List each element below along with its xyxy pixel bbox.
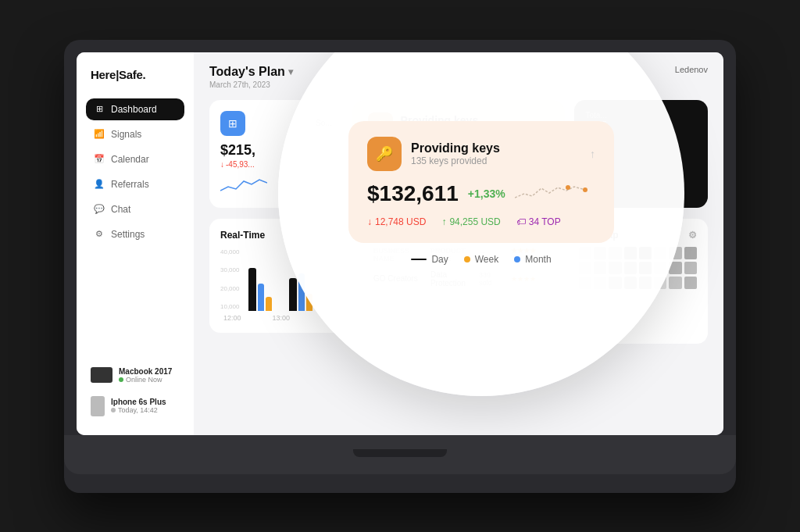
bar (258, 284, 264, 311)
heatmap-title-label: Heatmap (579, 230, 619, 241)
arrow-up-icon: ↑ (545, 120, 549, 130)
heatmap-cell (609, 262, 621, 274)
main-header: Today's Plan ▾ March 27th, 2023 Ledenov (209, 65, 708, 89)
bar (266, 297, 272, 311)
device-status: Today, 14:42 (111, 406, 166, 414)
page-subtitle: March 27th, 2023 (209, 80, 293, 89)
stat-card-header: ⊞ So... (220, 111, 332, 136)
highlight-card-title: Providing keys (401, 114, 479, 127)
realtime-chart: Real-Time 40,000 30,000 20,000 10,000 (209, 219, 350, 333)
heatmap-cell (579, 247, 591, 259)
mini-chart (220, 175, 332, 197)
highlight-card: 🔑 Providing keys 135 keys provided ↑ $13… (352, 100, 566, 208)
stat-label: So... (316, 119, 332, 127)
heatmap-cell (684, 262, 697, 274)
product-name: Data Protection (430, 270, 473, 287)
sidebar-item-referrals[interactable]: 👤 Referrals (86, 173, 184, 195)
bar (306, 294, 312, 311)
settings-icon: ⚙ (94, 229, 105, 240)
highlight-value-row: $132,611 +1,33% (368, 145, 550, 169)
y-label: 40,000 (220, 248, 239, 255)
stat-up: ↑ 94,255 USD (434, 177, 487, 186)
highlight-card-subtitle: 135 keys provided (401, 127, 479, 136)
device-info: Macbook 2017 Online Now (119, 367, 172, 384)
biz-name: GO Creators (373, 274, 424, 283)
dashboard-icon: ⊞ (94, 104, 105, 115)
gear-icon[interactable]: ⚙ (688, 230, 697, 241)
bar-group-1 (248, 268, 272, 311)
sidebar-footer: Macbook 2017 Online Now Iphone 6s Plus T (86, 364, 184, 420)
chart-labels: 12:00 13:00 (220, 314, 339, 322)
highlight-sparkline (487, 145, 549, 169)
highlight-stats-row: ↓ 12,748 USD ↑ 94,255 USD 🏷 34 TOP (368, 177, 550, 186)
heatmap-section: Heatmap ⚙ (568, 219, 708, 344)
device-info-iphone: Iphone 6s Plus Today, 14:42 (111, 398, 166, 414)
laptop-screen: Here|Safe. ⊞ Dashboard 📶 Signals 📅 Calen… (77, 52, 723, 435)
sidebar-item-dashboard[interactable]: ⊞ Dashboard (86, 98, 184, 120)
sidebar-item-label: Dashboard (111, 104, 157, 115)
heatmap-cell (624, 262, 637, 274)
stat-card3-sublabel: 2,375 (585, 120, 697, 129)
col-header-rating: ★★★★ (511, 247, 545, 262)
highlight-change: +1,33% (447, 152, 479, 162)
calendar-icon: 📅 (94, 154, 105, 165)
stats-row: ⊞ So... $215, ↓ -45,93... (209, 100, 708, 208)
bar (289, 278, 297, 311)
merchant-list: List Merchant Business name Product Name… (359, 219, 559, 344)
header-user: Ledenov (675, 65, 708, 74)
sold-count: 339 sold (479, 271, 504, 287)
heatmap-cell (669, 262, 681, 274)
heatmap-cell (639, 247, 652, 259)
chart-visual (245, 248, 316, 311)
status-dot-online (119, 377, 123, 382)
stat-card-3: Tota... 2,375 $3... Profit (574, 100, 708, 208)
key-icon: 🔑 (368, 112, 393, 137)
y-label: 30,000 (220, 266, 239, 273)
heatmap-cell (624, 277, 637, 289)
device-thumbnail (91, 367, 112, 383)
heatmap-cell (594, 262, 606, 274)
heatmap-cell (609, 277, 621, 289)
sidebar-item-chat[interactable]: 💬 Chat (86, 198, 184, 220)
stat-card3-profit: Profit (585, 150, 697, 159)
sparkline (220, 175, 267, 194)
table-row[interactable]: GO Creators Data Protection 339 sold ★★★… (370, 267, 548, 291)
page-title-group: Today's Plan ▾ March 27th, 2023 (209, 65, 293, 89)
sidebar-item-settings[interactable]: ⚙ Settings (86, 223, 184, 245)
sidebar-item-label: Settings (111, 229, 145, 240)
device-status: Online Now (119, 376, 172, 384)
rating-stars: ★★★★ (511, 275, 545, 283)
device-item-macbook[interactable]: Macbook 2017 Online Now (86, 364, 184, 387)
heatmap-cell (609, 247, 621, 259)
device-item-iphone[interactable]: Iphone 6s Plus Today, 14:42 (86, 393, 184, 420)
heatmap-cell (684, 277, 697, 289)
table-header: Business name Product Name ... ★★★★ (370, 247, 548, 262)
svg-point-0 (547, 151, 549, 155)
highlight-card-info: Providing keys 135 keys provided (401, 114, 479, 136)
sidebar-item-label: Calendar (111, 154, 149, 165)
bottom-section: Real-Time 40,000 30,000 20,000 10,000 (209, 219, 708, 344)
logo: Here|Safe. (86, 68, 184, 81)
heatmap-cell (594, 247, 606, 259)
device-name: Macbook 2017 (119, 367, 172, 376)
sidebar-item-signals[interactable]: 📶 Signals (86, 123, 184, 145)
stat-card3-value: $3... (585, 132, 697, 148)
sidebar-item-label: Chat (111, 204, 130, 215)
heatmap-cell (654, 262, 666, 274)
bar (298, 273, 305, 311)
chart-title: Real-Time (220, 230, 339, 241)
stat-top: 🏷 34 TOP (499, 177, 540, 186)
x-label: 13:00 (273, 314, 291, 322)
highlight-value: $132,611 (368, 147, 440, 167)
heatmap-header: Heatmap ⚙ (579, 230, 697, 241)
bar-group-2 (289, 273, 312, 311)
heatmap-cell (579, 262, 591, 274)
stat-card3-label: Tota... (585, 111, 697, 120)
heatmap-cell (624, 247, 637, 259)
status-dot-offline (111, 408, 116, 412)
y-label: 20,000 (220, 285, 239, 292)
sidebar-item-calendar[interactable]: 📅 Calendar (86, 148, 184, 170)
heatmap-cell (654, 247, 666, 259)
device-thumbnail-iphone (91, 396, 105, 416)
heatmap-cell (669, 247, 681, 259)
